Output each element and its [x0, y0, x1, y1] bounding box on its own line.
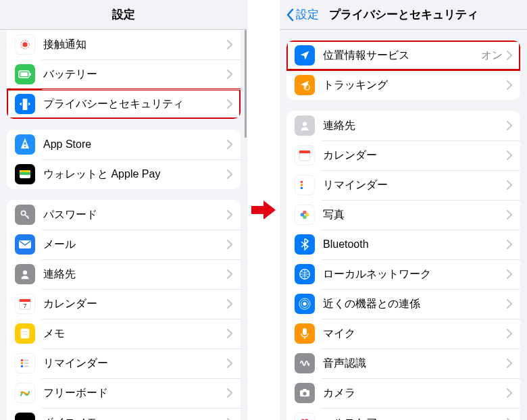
chevron-right-icon: [227, 210, 232, 219]
svg-rect-3: [30, 73, 31, 76]
settings-screen: 設定 接触通知バッテリープライバシーとセキュリティApp Storeウォレットと…: [0, 0, 247, 420]
chevron-right-icon: [227, 169, 232, 179]
settings-row-reminders[interactable]: リマインダー: [7, 348, 241, 378]
row-label: Bluetooth: [323, 238, 507, 251]
chevron-right-icon: [507, 121, 512, 130]
row-label: 音声認識: [323, 357, 507, 371]
notes-icon: [15, 323, 35, 344]
chevron-right-icon: [507, 151, 512, 160]
privacy-body[interactable]: 位置情報サービスオントラッキング連絡先カレンダーリマインダー写真Bluetoot…: [280, 30, 527, 420]
chevron-right-icon: [507, 359, 512, 368]
settings-row-location[interactable]: 位置情報サービスオン: [286, 41, 520, 70]
chevron-right-icon: [227, 269, 232, 279]
settings-row-reminders2[interactable]: リマインダー: [286, 170, 520, 200]
settings-group: 位置情報サービスオントラッキング: [286, 41, 520, 100]
row-label: 連絡先: [43, 267, 227, 282]
row-label: バッテリー: [43, 68, 227, 82]
svg-rect-14: [21, 329, 30, 338]
row-label: ボイスメモ: [43, 416, 227, 421]
chevron-right-icon: [227, 359, 232, 368]
settings-row-nearby[interactable]: 近くの機器との連係: [286, 289, 520, 319]
chevron-right-icon: [507, 329, 512, 338]
settings-row-exposure[interactable]: 接触通知: [7, 30, 241, 59]
exposure-icon: [15, 34, 35, 55]
row-label: メモ: [43, 327, 227, 341]
settings-row-localnet[interactable]: ローカルネットワーク: [286, 259, 520, 289]
settings-row-wallet[interactable]: ウォレットと Apple Pay: [7, 159, 241, 189]
settings-row-freeform[interactable]: フリーボード: [7, 378, 241, 408]
settings-row-tracking[interactable]: トラッキング: [286, 70, 520, 100]
chevron-right-icon: [227, 70, 232, 79]
privacy-icon: [15, 94, 35, 114]
settings-row-mail[interactable]: メール: [7, 230, 241, 259]
settings-row-appstore[interactable]: App Store: [7, 130, 241, 159]
mic-icon: [295, 323, 315, 344]
localnet-icon: [295, 264, 315, 284]
svg-point-17: [21, 359, 24, 362]
svg-point-8: [21, 211, 25, 215]
svg-rect-41: [303, 389, 306, 391]
row-label: ウォレットと Apple Pay: [43, 167, 227, 182]
chevron-right-icon: [507, 240, 512, 249]
settings-row-contacts2[interactable]: 連絡先: [286, 111, 520, 140]
privacy-title: プライバシーとセキュリティ: [329, 7, 478, 22]
settings-row-camera[interactable]: カメラ: [286, 378, 520, 408]
settings-row-calendar2[interactable]: カレンダー: [286, 140, 520, 170]
row-label: ローカルネットワーク: [323, 267, 507, 282]
row-label: マイク: [323, 327, 507, 341]
settings-row-passwords[interactable]: パスワード: [7, 200, 241, 230]
row-label: 連絡先: [323, 119, 507, 133]
settings-row-calendar[interactable]: 7カレンダー: [7, 289, 241, 319]
settings-row-voicememo[interactable]: ボイスメモ: [7, 408, 241, 420]
settings-group: パスワードメール連絡先7カレンダーメモリマインダーフリーボードボイスメモ: [7, 200, 241, 420]
row-label: 近くの機器との連係: [323, 297, 507, 311]
voicememo-icon: [15, 413, 35, 420]
scrollbar[interactable]: [245, 30, 247, 138]
settings-group: 接触通知バッテリープライバシーとセキュリティ: [7, 30, 241, 119]
svg-rect-4: [20, 72, 28, 76]
nearby-icon: [295, 294, 315, 314]
svg-point-0: [22, 42, 27, 47]
settings-row-speech[interactable]: 音声認識: [286, 348, 520, 378]
svg-point-40: [303, 392, 306, 395]
chevron-right-icon: [227, 329, 232, 338]
settings-row-privacy[interactable]: プライバシーとセキュリティ: [7, 89, 241, 119]
settings-row-bluetooth[interactable]: Bluetooth: [286, 230, 520, 259]
svg-point-18: [21, 362, 24, 365]
row-label: カレンダー: [323, 149, 507, 163]
chevron-right-icon: [227, 240, 232, 249]
back-button[interactable]: 設定: [285, 7, 319, 22]
row-label: パスワード: [43, 208, 227, 222]
settings-row-contacts[interactable]: 連絡先: [7, 259, 241, 289]
settings-title: 設定: [112, 7, 135, 22]
arrow-right-icon: [250, 196, 277, 224]
settings-group: 連絡先カレンダーリマインダー写真Bluetoothローカルネットワーク近くの機器…: [286, 111, 520, 420]
row-label: リマインダー: [43, 357, 227, 371]
row-label: カメラ: [323, 386, 507, 400]
tracking-icon: [295, 75, 315, 95]
wallet-icon: [15, 164, 35, 184]
svg-point-24: [303, 122, 307, 126]
row-label: App Store: [43, 138, 227, 151]
chevron-right-icon: [507, 299, 512, 309]
settings-group: App Storeウォレットと Apple Pay: [7, 130, 241, 189]
svg-text:7: 7: [23, 303, 26, 309]
settings-row-battery[interactable]: バッテリー: [7, 59, 241, 89]
photos-icon: [295, 205, 315, 225]
row-label: リマインダー: [323, 178, 507, 192]
chevron-right-icon: [227, 388, 232, 398]
settings-row-mic[interactable]: マイク: [286, 319, 520, 348]
bluetooth-icon: [295, 234, 315, 255]
chevron-right-icon: [507, 269, 512, 279]
chevron-right-icon: [507, 51, 512, 60]
svg-point-35: [303, 302, 306, 305]
settings-row-notes[interactable]: メモ: [7, 319, 241, 348]
svg-point-10: [23, 270, 27, 274]
settings-row-photos[interactable]: 写真: [286, 200, 520, 230]
settings-row-health[interactable]: ヘルスケア: [286, 408, 520, 420]
svg-point-29: [301, 187, 303, 190]
contacts2-icon: [295, 115, 315, 136]
settings-body[interactable]: 接触通知バッテリープライバシーとセキュリティApp Storeウォレットと Ap…: [0, 30, 247, 420]
reminders-icon: [15, 353, 35, 373]
row-label: 位置情報サービス: [323, 49, 481, 63]
